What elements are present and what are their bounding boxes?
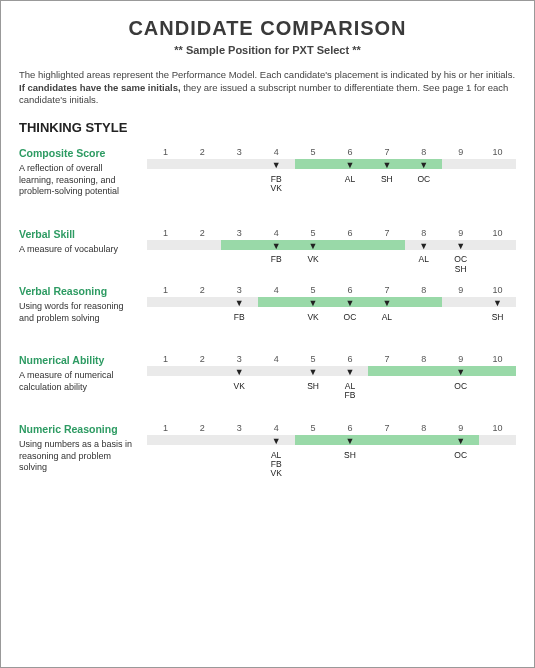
page-title: CANDIDATE COMPARISON — [19, 15, 516, 41]
scale-bar — [147, 159, 516, 169]
candidate-marker: ▼ALFB — [345, 376, 356, 400]
triangle-down-icon: ▼ — [345, 163, 355, 168]
candidate-marker: ▼SH — [344, 445, 356, 460]
tick: 2 — [184, 228, 221, 240]
candidate-marker: ▼SH — [492, 307, 504, 322]
candidate-marker: ▼OC — [454, 376, 467, 391]
candidate-marker: ▼AL — [419, 250, 429, 265]
candidate-marker: ▼OC — [417, 169, 430, 184]
row-desc: A measure of numerical calculation abili… — [19, 370, 137, 393]
row-desc: A reflection of overall learning, reason… — [19, 163, 137, 198]
candidate-initials: VK — [270, 469, 281, 478]
tick: 3 — [221, 354, 258, 366]
triangle-down-icon: ▼ — [271, 244, 282, 249]
candidate-marker: ▼SH — [381, 169, 393, 184]
tick: 9 — [442, 228, 479, 240]
candidate-marker: ▼FB — [271, 250, 282, 265]
tick: 3 — [221, 423, 258, 435]
candidate-initials: FB — [345, 391, 356, 400]
tick: 6 — [332, 228, 369, 240]
highlight-range — [368, 366, 516, 376]
tick-labels: 12345678910 — [147, 147, 516, 159]
candidate-marker: ▼OCSH — [454, 250, 467, 274]
triangle-down-icon: ▼ — [270, 439, 281, 444]
candidate-marker: ▼VK — [307, 250, 318, 265]
candidate-initials: AL — [345, 175, 355, 184]
tick: 2 — [184, 147, 221, 159]
tick: 8 — [405, 228, 442, 240]
intro-text: The highlighted areas represent the Perf… — [19, 69, 516, 106]
triangle-down-icon: ▼ — [344, 301, 357, 306]
candidate-marker: ▼VK — [234, 376, 245, 391]
row-name: Verbal Skill — [19, 228, 137, 242]
triangle-down-icon: ▼ — [417, 163, 430, 168]
candidate-initials: VK — [307, 313, 318, 322]
scale-bar — [147, 297, 516, 307]
triangle-down-icon: ▼ — [454, 439, 467, 444]
tick: 10 — [479, 228, 516, 240]
tick: 9 — [442, 285, 479, 297]
tick: 7 — [368, 228, 405, 240]
candidate-initials: OC — [417, 175, 430, 184]
tick: 1 — [147, 147, 184, 159]
tick: 1 — [147, 354, 184, 366]
tick: 6 — [332, 423, 369, 435]
tick-labels: 12345678910 — [147, 228, 516, 240]
tick: 7 — [368, 285, 405, 297]
tick: 2 — [184, 285, 221, 297]
row-desc: A measure of vocabulary — [19, 244, 137, 256]
candidate-marker: ▼OC — [344, 307, 357, 322]
tick: 2 — [184, 354, 221, 366]
candidate-initials: OC — [344, 313, 357, 322]
triangle-down-icon: ▼ — [270, 163, 281, 168]
tick: 5 — [295, 147, 332, 159]
tick: 8 — [405, 147, 442, 159]
candidate-initials: VK — [307, 255, 318, 264]
candidate-initials: VK — [270, 184, 281, 193]
tick: 4 — [258, 147, 295, 159]
tick: 8 — [405, 423, 442, 435]
tick: 9 — [442, 354, 479, 366]
tick: 6 — [332, 354, 369, 366]
intro-bold: If candidates have the same initials, — [19, 82, 181, 93]
tick: 5 — [295, 285, 332, 297]
candidate-marker: ▼OC — [454, 445, 467, 460]
triangle-down-icon: ▼ — [234, 301, 245, 306]
tick: 10 — [479, 354, 516, 366]
candidate-initials: VK — [234, 382, 245, 391]
triangle-down-icon: ▼ — [344, 439, 356, 444]
candidate-initials: AL — [419, 255, 429, 264]
candidate-initials: FB — [234, 313, 245, 322]
candidate-initials: OC — [454, 382, 467, 391]
row-name: Numeric Reasoning — [19, 423, 137, 437]
tick: 7 — [368, 423, 405, 435]
tick: 10 — [479, 423, 516, 435]
tick: 10 — [479, 147, 516, 159]
tick: 1 — [147, 423, 184, 435]
tick: 1 — [147, 285, 184, 297]
tick: 5 — [295, 228, 332, 240]
tick: 5 — [295, 354, 332, 366]
triangle-down-icon: ▼ — [234, 370, 245, 375]
highlight-range — [295, 435, 480, 445]
candidate-initials: SH — [307, 382, 319, 391]
candidate-initials: SH — [492, 313, 504, 322]
tick: 7 — [368, 354, 405, 366]
triangle-down-icon: ▼ — [307, 370, 319, 375]
triangle-down-icon: ▼ — [492, 301, 504, 306]
candidate-marker: ▼SH — [307, 376, 319, 391]
tick: 9 — [442, 147, 479, 159]
row-desc: Using words for reasoning and problem so… — [19, 301, 137, 324]
tick: 4 — [258, 423, 295, 435]
triangle-down-icon: ▼ — [345, 370, 356, 375]
tick-labels: 12345678910 — [147, 423, 516, 435]
candidate-initials: AL — [382, 313, 392, 322]
scale-row: Verbal SkillA measure of vocabulary12345… — [19, 228, 516, 255]
tick: 9 — [442, 423, 479, 435]
candidate-marker: ▼VK — [307, 307, 318, 322]
tick: 4 — [258, 354, 295, 366]
candidate-initials: SH — [344, 451, 356, 460]
row-name: Composite Score — [19, 147, 137, 161]
candidate-marker: ▼FB — [234, 307, 245, 322]
tick: 6 — [332, 285, 369, 297]
